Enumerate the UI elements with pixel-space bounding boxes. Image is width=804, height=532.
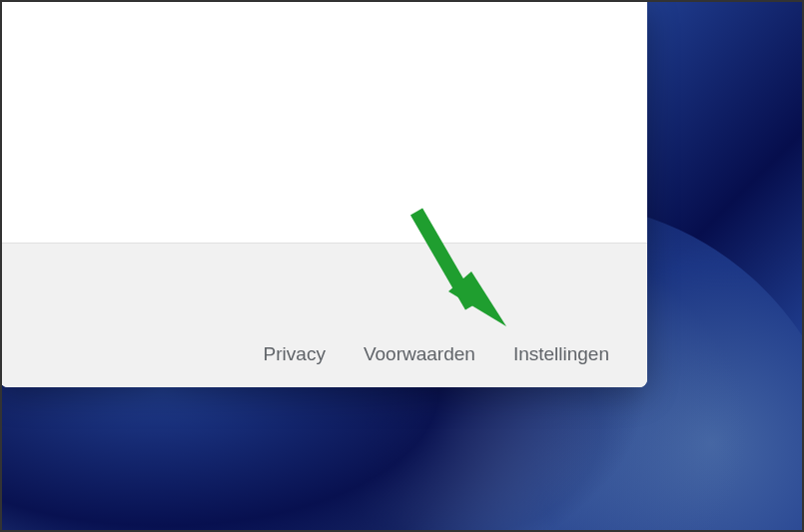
- window-footer: Privacy Voorwaarden Instellingen: [0, 243, 647, 387]
- footer-links: Privacy Voorwaarden Instellingen: [264, 343, 609, 365]
- terms-link[interactable]: Voorwaarden: [364, 343, 475, 365]
- window-content-area: [0, 0, 647, 243]
- app-window: Privacy Voorwaarden Instellingen: [0, 0, 647, 387]
- settings-link[interactable]: Instellingen: [513, 343, 609, 365]
- privacy-link[interactable]: Privacy: [264, 343, 326, 365]
